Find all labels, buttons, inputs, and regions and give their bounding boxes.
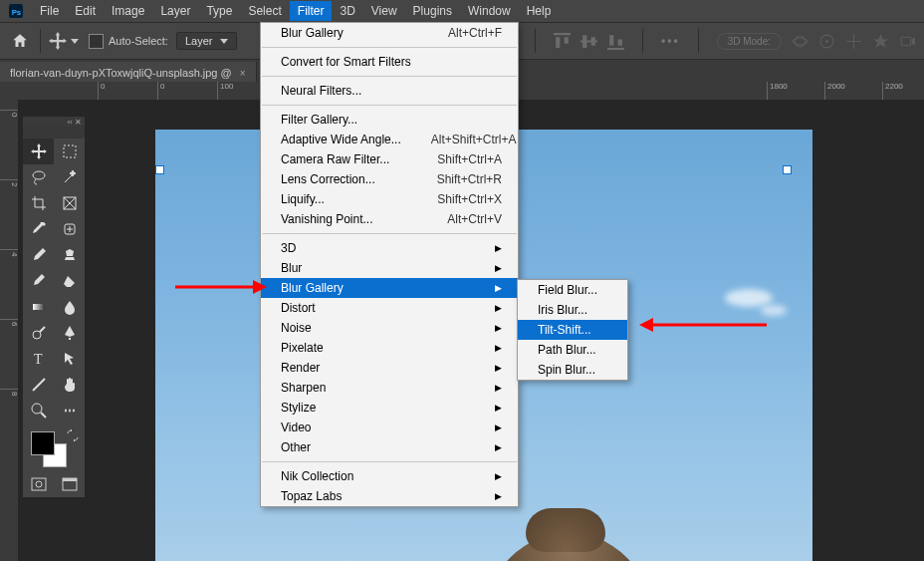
- menu-item[interactable]: Video▶: [261, 418, 518, 437]
- color-swatches[interactable]: [23, 427, 85, 469]
- menu-item[interactable]: Topaz Labs▶: [261, 486, 518, 506]
- menu-item[interactable]: Lens Correction...Shift+Ctrl+R: [261, 169, 518, 189]
- tool-preset-dropdown[interactable]: [71, 39, 79, 44]
- align-bottom-icon[interactable]: [607, 33, 624, 50]
- gradient-tool[interactable]: [23, 294, 54, 320]
- menu-select[interactable]: Select: [240, 1, 289, 21]
- align-top-icon[interactable]: [554, 33, 571, 50]
- menu-item[interactable]: Iris Blur...: [518, 300, 627, 320]
- svg-rect-7: [64, 145, 76, 157]
- screen-mode-icon[interactable]: [62, 477, 78, 491]
- menu-file[interactable]: File: [32, 1, 67, 21]
- home-button[interactable]: [8, 29, 32, 53]
- transform-handle-tl[interactable]: [155, 165, 164, 174]
- svg-point-14: [32, 404, 42, 414]
- menu-edit[interactable]: Edit: [67, 1, 104, 21]
- crop-tool[interactable]: [23, 190, 54, 216]
- close-tab-icon[interactable]: ×: [240, 68, 246, 79]
- menu-item[interactable]: Blur GalleryAlt+Ctrl+F: [261, 23, 518, 43]
- menu-item[interactable]: Blur Gallery▶: [261, 278, 518, 298]
- menu-item[interactable]: Blur▶: [261, 258, 518, 278]
- svg-rect-15: [32, 478, 46, 490]
- move-tool[interactable]: [23, 139, 54, 164]
- dodge-tool[interactable]: [23, 320, 54, 346]
- auto-select-type-dropdown[interactable]: Layer: [176, 32, 238, 50]
- menu-item[interactable]: Filter Gallery...: [261, 110, 518, 130]
- menu-type[interactable]: Type: [198, 1, 240, 21]
- marquee-tool[interactable]: [54, 139, 85, 164]
- star-icon[interactable]: [872, 33, 889, 50]
- menu-filter[interactable]: Filter: [290, 1, 333, 21]
- menu-item[interactable]: Stylize▶: [261, 398, 518, 418]
- light-icon[interactable]: [899, 33, 916, 50]
- 3d-mode-label: 3D Mode:: [717, 33, 782, 50]
- menu-item[interactable]: Noise▶: [261, 318, 518, 338]
- line-tool[interactable]: [23, 372, 54, 398]
- svg-point-12: [33, 331, 41, 339]
- zoom-tool[interactable]: [23, 398, 54, 423]
- menu-item[interactable]: Liquify...Shift+Ctrl+X: [261, 189, 518, 209]
- eraser-tool[interactable]: [54, 268, 85, 294]
- menu-item[interactable]: Pixelate▶: [261, 338, 518, 358]
- path-selection-tool[interactable]: [54, 346, 85, 372]
- menu-item[interactable]: Other▶: [261, 437, 518, 457]
- auto-select-checkbox[interactable]: Auto-Select:: [89, 34, 168, 49]
- menu-plugins[interactable]: Plugins: [405, 1, 460, 21]
- menu-window[interactable]: Window: [460, 1, 519, 21]
- document-tab[interactable]: florian-van-duyn-pXToxwjqliQ-unsplash.jp…: [0, 62, 257, 84]
- eyedropper-tool[interactable]: [23, 216, 54, 242]
- menu-view[interactable]: View: [363, 1, 405, 21]
- tool-palette: ‹‹ ✕ T ⋯: [22, 116, 86, 498]
- svg-point-5: [825, 39, 828, 42]
- menu-item[interactable]: Camera Raw Filter...Shift+Ctrl+A: [261, 149, 518, 169]
- healing-brush-tool[interactable]: [54, 216, 85, 242]
- orbit-icon[interactable]: [792, 33, 808, 50]
- menu-item[interactable]: Spin Blur...: [518, 360, 627, 380]
- menu-item[interactable]: Adaptive Wide Angle...Alt+Shift+Ctrl+A: [261, 130, 518, 149]
- history-brush-tool[interactable]: [23, 268, 54, 294]
- annotation-arrow-left: [175, 278, 267, 296]
- transform-handle-tr[interactable]: [783, 165, 792, 174]
- menu-bar: Ps FileEditImageLayerTypeSelectFilter3DV…: [0, 0, 924, 23]
- dolly-icon[interactable]: [845, 33, 862, 50]
- magic-wand-tool[interactable]: [54, 164, 85, 190]
- more-options-icon[interactable]: •••: [661, 34, 680, 48]
- svg-rect-18: [63, 478, 77, 481]
- pen-tool[interactable]: [54, 320, 85, 346]
- foreground-color-swatch[interactable]: [31, 431, 55, 455]
- menu-item[interactable]: Tilt-Shift...: [518, 320, 627, 340]
- svg-text:T: T: [34, 352, 43, 367]
- menu-item[interactable]: Distort▶: [261, 298, 518, 318]
- blur-tool[interactable]: [54, 294, 85, 320]
- menu-item[interactable]: Neural Filters...: [261, 81, 518, 101]
- menu-layer[interactable]: Layer: [152, 1, 198, 21]
- svg-point-16: [36, 481, 42, 487]
- quick-mask-icon[interactable]: [31, 477, 47, 491]
- ruler-vertical: 02468: [0, 100, 19, 561]
- menu-help[interactable]: Help: [519, 1, 560, 21]
- clone-stamp-tool[interactable]: [54, 242, 85, 268]
- pan-3d-icon[interactable]: [818, 33, 835, 50]
- menu-item[interactable]: Path Blur...: [518, 340, 627, 360]
- filter-menu: Blur GalleryAlt+Ctrl+FConvert for Smart …: [260, 22, 519, 507]
- menu-item[interactable]: Sharpen▶: [261, 378, 518, 398]
- menu-item[interactable]: Render▶: [261, 358, 518, 378]
- menu-item[interactable]: Field Blur...: [518, 280, 627, 300]
- svg-marker-22: [639, 318, 653, 332]
- frame-tool[interactable]: [54, 190, 85, 216]
- type-tool[interactable]: T: [23, 346, 54, 372]
- svg-rect-6: [901, 37, 911, 46]
- menu-item[interactable]: Convert for Smart Filters: [261, 52, 518, 72]
- hand-tool[interactable]: [54, 372, 85, 398]
- menu-item[interactable]: 3D▶: [261, 238, 518, 258]
- menu-item[interactable]: Vanishing Point...Alt+Ctrl+V: [261, 209, 518, 229]
- menu-image[interactable]: Image: [104, 1, 152, 21]
- palette-collapse-icon[interactable]: ‹‹ ✕: [67, 118, 82, 127]
- edit-toolbar[interactable]: ⋯: [54, 398, 85, 423]
- swap-colors-icon[interactable]: [67, 429, 79, 441]
- align-vcenter-icon[interactable]: [580, 33, 597, 50]
- brush-tool[interactable]: [23, 242, 54, 268]
- menu-3d[interactable]: 3D: [332, 1, 362, 21]
- menu-item[interactable]: Nik Collection▶: [261, 466, 518, 486]
- lasso-tool[interactable]: [23, 164, 54, 190]
